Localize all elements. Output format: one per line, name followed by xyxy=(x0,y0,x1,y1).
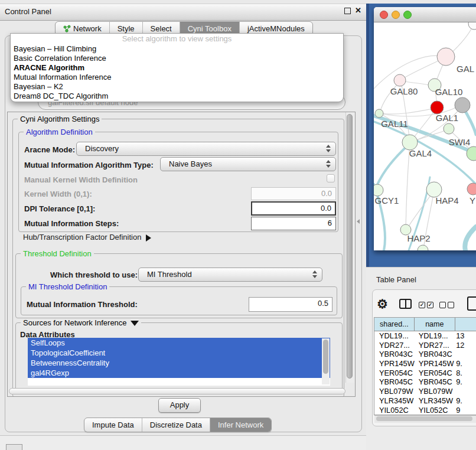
network-canvas[interactable]: GALGAL80GAL10GAL1GAL11SWI4GAL4GCY1HAP4YH… xyxy=(374,22,476,250)
which-threshold-combo[interactable]: MI Threshold xyxy=(138,268,322,282)
algorithm-option[interactable]: Bayesian – K2 xyxy=(11,82,343,92)
network-node-label: GAL10 xyxy=(435,87,463,97)
horizontal-scrollbar[interactable] xyxy=(9,388,345,394)
data-attributes-list[interactable]: SelfLoopsTopologicalCoefficientBetweenne… xyxy=(28,338,330,386)
kernel-width-label: Kernel Width (0,1): xyxy=(24,190,92,198)
table-cell[interactable]: YLR345W xyxy=(374,396,415,406)
minimize-traffic-light[interactable] xyxy=(392,11,400,19)
table-cell[interactable]: YBR043C xyxy=(374,350,415,359)
table-cell[interactable]: 8. xyxy=(455,369,476,378)
zoom-traffic-light[interactable] xyxy=(403,11,412,19)
table-row[interactable]: YER054CYER054C8. xyxy=(374,369,476,378)
select-all-checkboxes-icon[interactable]: ✓✓ xyxy=(419,302,433,308)
table-row[interactable]: YBR043CYBR043C xyxy=(374,350,476,359)
attribute-list-item[interactable]: gal4RGexp xyxy=(28,368,330,378)
table-cell[interactable]: YDL19... xyxy=(374,331,415,341)
table-cell[interactable]: YIL052C xyxy=(415,406,455,415)
table-cell[interactable]: YER054C xyxy=(374,369,415,378)
attribute-list-item[interactable]: SelfLoops xyxy=(28,338,330,348)
mi-algorithm-type-combo[interactable]: Naive Bayes xyxy=(160,157,336,171)
tab-discretize-data[interactable]: Discretize Data xyxy=(142,418,210,432)
tab-infer-network[interactable]: Infer Network xyxy=(210,418,271,432)
table-cell[interactable]: 9 xyxy=(455,406,476,415)
sources-group-title[interactable]: Sources for Network Inference xyxy=(21,318,141,327)
network-edge[interactable] xyxy=(465,227,476,250)
table-cell[interactable]: 9. xyxy=(455,359,476,369)
panel-grip-icon[interactable] xyxy=(6,444,22,450)
table-hscrollbar-thumb[interactable] xyxy=(376,416,472,421)
table-cell[interactable]: YBR043C xyxy=(415,350,455,359)
float-window-icon[interactable] xyxy=(344,8,351,14)
table-cell[interactable]: YBR045C xyxy=(415,377,455,387)
table-row[interactable]: YDL19...YDL19...13 xyxy=(374,331,476,341)
document-icon[interactable] xyxy=(467,296,476,311)
algorithm-option[interactable]: Dream8 DC_TDC Algorithm xyxy=(11,92,343,101)
network-edge[interactable] xyxy=(376,144,410,189)
deselect-checkboxes-icon[interactable] xyxy=(439,302,454,308)
mi-threshold-definition-title: MI Threshold Definition xyxy=(26,282,109,291)
algorithm-option[interactable]: Bayesian – Hill Climbing xyxy=(11,44,343,54)
table-cell[interactable]: YER054C xyxy=(415,369,455,378)
table-cell[interactable]: YDR27... xyxy=(374,341,415,350)
network-node[interactable] xyxy=(437,48,455,66)
network-node[interactable] xyxy=(431,101,444,114)
attribute-list-item[interactable]: TopologicalCoefficient xyxy=(28,348,330,358)
table-cell[interactable]: YDR27... xyxy=(415,341,455,350)
table-row[interactable]: YDR27...YDR27...12 xyxy=(374,341,476,350)
table-row[interactable]: YIL052CYIL052C9 xyxy=(374,406,476,415)
network-node[interactable] xyxy=(394,74,406,86)
application-window: Control Panel ✕ Network Style Select Cyn… xyxy=(0,0,476,450)
column-header-name[interactable]: name xyxy=(415,318,455,331)
hub-definition-toggle[interactable]: Hub/Transcription Factor Definition xyxy=(23,233,151,242)
aracne-mode-combo[interactable]: Discovery xyxy=(76,142,336,156)
split-panel-icon[interactable] xyxy=(399,299,412,309)
node-table[interactable]: shared... name YDL19...YDL19...13YDR27..… xyxy=(374,317,476,415)
mi-steps-field[interactable]: 6 xyxy=(251,217,336,230)
table-cell[interactable] xyxy=(455,350,476,359)
close-icon[interactable]: ✕ xyxy=(355,6,361,15)
network-node[interactable] xyxy=(467,183,476,195)
algorithm-option[interactable]: ARACNE Algorithm xyxy=(11,63,343,73)
table-cell[interactable]: 12 xyxy=(455,341,476,350)
table-cell[interactable]: YIL052C xyxy=(374,406,415,415)
network-node[interactable] xyxy=(468,22,476,30)
table-cell[interactable]: YDL19... xyxy=(415,331,455,341)
splitter-collapse-icon[interactable] xyxy=(357,219,360,224)
network-node[interactable] xyxy=(374,184,383,196)
column-header-extra[interactable] xyxy=(455,318,476,331)
tab-impute-data[interactable]: Impute Data xyxy=(84,418,142,432)
algorithm-option[interactable]: Mutual Information Inference xyxy=(11,73,343,82)
table-row[interactable]: YBL079WYBL079W xyxy=(374,387,476,396)
dpi-tolerance-field[interactable]: 0.0 xyxy=(251,201,336,216)
table-cell[interactable]: 9. xyxy=(455,396,476,406)
mi-threshold-field[interactable]: 0.5 xyxy=(249,297,332,312)
kernel-width-field[interactable]: 0.0 xyxy=(251,187,336,200)
table-cell[interactable]: YPR145W xyxy=(415,359,455,369)
network-node[interactable] xyxy=(455,97,470,113)
attribute-list-item[interactable]: BetweennessCentrality xyxy=(28,358,330,368)
settings-scrollbar-thumb[interactable] xyxy=(347,114,353,379)
table-cell[interactable]: YBL079W xyxy=(415,387,455,396)
algorithm-option[interactable]: Basic Correlation Inference xyxy=(11,54,343,63)
table-cell[interactable]: YLR345W xyxy=(415,396,455,406)
table-cell[interactable]: YBR045C xyxy=(374,377,415,387)
network-node[interactable] xyxy=(418,245,428,250)
table-row[interactable]: YLR345WYLR345W9. xyxy=(374,396,476,406)
table-cell[interactable]: YBL079W xyxy=(374,387,415,396)
apply-button[interactable]: Apply xyxy=(158,398,201,413)
network-edge[interactable] xyxy=(380,108,436,114)
column-header-shared[interactable]: shared... xyxy=(374,318,415,331)
attributes-scrollbar-thumb[interactable] xyxy=(323,340,328,374)
settings-gear-icon[interactable]: ⚙ xyxy=(377,297,388,311)
table-row[interactable]: YPR145WYPR145W9. xyxy=(374,359,476,369)
network-node[interactable] xyxy=(444,123,454,134)
table-cell[interactable] xyxy=(455,387,476,396)
close-traffic-light[interactable] xyxy=(380,11,388,19)
table-cell[interactable]: 9. xyxy=(455,377,476,387)
network-window-titlebar[interactable] xyxy=(374,7,476,22)
table-cell[interactable]: YPR145W xyxy=(374,359,415,369)
table-row[interactable]: YBR045CYBR045C9. xyxy=(374,377,476,387)
manual-kernel-width-checkbox[interactable] xyxy=(327,174,335,182)
table-cell[interactable]: 13 xyxy=(455,331,476,341)
network-node[interactable] xyxy=(375,109,383,118)
